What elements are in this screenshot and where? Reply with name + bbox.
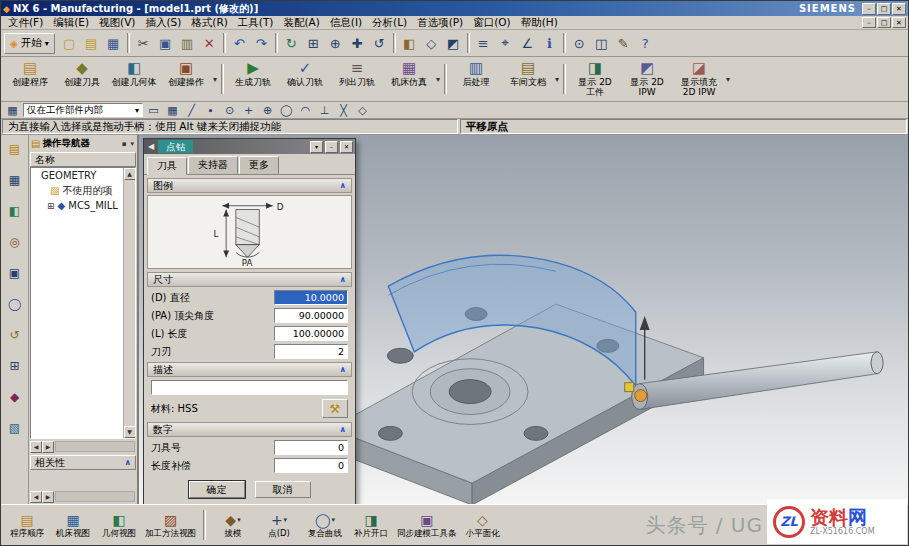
system-materials-icon[interactable]: ⊞: [6, 357, 24, 375]
field-input[interactable]: 90.00000: [274, 308, 348, 323]
menu-item[interactable]: 文件(F): [3, 16, 48, 30]
layer-settings-icon[interactable]: ≡: [473, 33, 494, 54]
hd3d-tools-icon[interactable]: ▣: [6, 264, 24, 282]
field-input[interactable]: 2: [274, 344, 348, 359]
patch-opening-button[interactable]: ◨▾ 补片开口: [349, 512, 393, 538]
expander-icon[interactable]: ⊞: [47, 201, 55, 211]
doc-close-button[interactable]: ✕: [892, 17, 906, 28]
create-tool-button[interactable]: ◆ 创建刀具: [56, 58, 108, 100]
pin-icon[interactable]: ▪: [121, 140, 128, 148]
machining-method-view-button[interactable]: ▨▾ 加工方法视图: [143, 512, 198, 538]
scroll-left-icon[interactable]: ◀: [30, 441, 42, 453]
menu-item[interactable]: 分析(L): [367, 16, 412, 30]
sync-modeling-toolbar-button[interactable]: ▣▾ 同步建模工具条: [395, 512, 459, 538]
datum-plane-icon[interactable]: ◫: [591, 33, 612, 54]
program-order-view-button[interactable]: ▤▾ 程序顺序: [5, 512, 49, 538]
snap-cross-icon[interactable]: ╳: [335, 103, 352, 118]
postprocess-button[interactable]: ▥ 后处理: [450, 58, 502, 100]
redo-icon[interactable]: ↷: [251, 33, 272, 54]
menu-item[interactable]: 格式(R): [186, 16, 233, 30]
doc-minimize-button[interactable]: –: [862, 17, 876, 28]
separator[interactable]: [393, 33, 396, 53]
separator[interactable]: [275, 33, 278, 53]
scroll-left-icon[interactable]: ◀: [30, 491, 42, 503]
delete-icon[interactable]: ✕: [199, 33, 220, 54]
menu-item[interactable]: 首选项(P): [412, 16, 468, 30]
tree-item-geometry[interactable]: GEOMETRY: [31, 168, 135, 183]
geometry-view-button[interactable]: ◧▾ 几何视图: [97, 512, 141, 538]
field-input[interactable]: 10.0000: [274, 290, 348, 305]
menu-item[interactable]: 插入(S): [140, 16, 186, 30]
assembly-navigator-icon[interactable]: ▤: [6, 140, 24, 158]
draft-button[interactable]: ◆▾ 拔模: [211, 512, 255, 538]
selection-mode-icon[interactable]: ▦: [4, 103, 21, 118]
part-navigator-icon[interactable]: ◧: [6, 202, 24, 220]
selection-filter-icon[interactable]: ▭: [145, 103, 162, 118]
internet-browser-icon[interactable]: ◯: [6, 295, 24, 313]
field-input[interactable]: 100.00000: [274, 326, 348, 341]
dialog-title-bar[interactable]: ◀ 点钻 ▾ – ✕: [144, 139, 355, 154]
back-icon[interactable]: ◀: [146, 142, 156, 151]
restore-button[interactable]: □: [877, 3, 891, 15]
snap-midpoint-icon[interactable]: +: [240, 103, 257, 118]
show-2d-ipw-button[interactable]: ◩ 显示 2D IPW: [621, 58, 673, 100]
column-header-name[interactable]: 名称: [30, 152, 136, 167]
paste-icon[interactable]: ▥: [177, 33, 198, 54]
fit-window-icon[interactable]: ⊞: [303, 33, 324, 54]
menu-item[interactable]: 装配(A): [278, 16, 324, 30]
close-button[interactable]: ✕: [892, 3, 906, 15]
scroll-down-icon[interactable]: ▼: [124, 426, 136, 438]
legend-section-header[interactable]: 图例 ∧: [147, 178, 352, 193]
pan-icon[interactable]: ✚: [347, 33, 368, 54]
snap-quadrant-icon[interactable]: ◇: [354, 103, 371, 118]
cancel-button[interactable]: 取消: [255, 481, 311, 498]
wireframe-view-icon[interactable]: ◇: [421, 33, 442, 54]
refresh-icon[interactable]: ↻: [281, 33, 302, 54]
process-studio-icon[interactable]: ◆: [6, 388, 24, 406]
navigator-tree[interactable]: GEOMETRY ▨ 不使用的项 ⊞ ◆ MCS_MILL: [30, 167, 136, 439]
ok-button[interactable]: 确定: [189, 481, 245, 498]
snap-endpoint-icon[interactable]: ⊙: [221, 103, 238, 118]
measure-icon[interactable]: ∠: [517, 33, 538, 54]
scroll-right-icon[interactable]: ▶: [42, 441, 54, 453]
rotate-icon[interactable]: ↺: [369, 33, 390, 54]
separator[interactable]: [467, 33, 470, 53]
numbers-section-header[interactable]: 数字 ∧: [147, 422, 352, 437]
shaded-view-icon[interactable]: ◧: [399, 33, 420, 54]
tab-holder[interactable]: 夹持器: [188, 156, 238, 174]
machine-simulate-button[interactable]: ▦ 机床仿真: [383, 58, 435, 100]
snap-intersection-icon[interactable]: ⊕: [259, 103, 276, 118]
tree-item-unused[interactable]: ▨ 不使用的项: [31, 183, 135, 198]
description-section-header[interactable]: 描述 ∧: [147, 362, 352, 377]
chevron-down-icon[interactable]: ▾: [435, 75, 441, 84]
wcs-icon[interactable]: ⌖: [495, 33, 516, 54]
machine-tool-view-button[interactable]: ▦▾ 机床视图: [51, 512, 95, 538]
menu-item[interactable]: 工具(T): [233, 16, 279, 30]
composite-curve-button[interactable]: ◯▾ 复合曲线: [303, 512, 347, 538]
sketch-icon[interactable]: ✎: [613, 33, 634, 54]
chevron-down-icon[interactable]: ▾: [212, 75, 218, 84]
minimize-button[interactable]: –: [862, 3, 876, 15]
create-operation-button[interactable]: ▣ 创建操作: [160, 58, 212, 100]
save-icon[interactable]: ▦: [103, 33, 124, 54]
separator[interactable]: [563, 33, 566, 53]
separator[interactable]: [223, 33, 226, 53]
size-section-header[interactable]: 尺寸 ∧: [147, 272, 352, 287]
start-menu-button[interactable]: ◈ 开始 ▾: [4, 33, 55, 54]
doc-restore-button[interactable]: □: [877, 17, 891, 28]
tab-more[interactable]: 更多: [239, 156, 279, 174]
copy-icon[interactable]: ▣: [155, 33, 176, 54]
separator[interactable]: [127, 33, 130, 53]
create-program-button[interactable]: ▤ 创建程序: [4, 58, 56, 100]
menu-item[interactable]: 窗口(O): [468, 16, 515, 30]
show-fill-2d-ipw-button[interactable]: ◪ 显示填充 2D IPW: [673, 58, 725, 100]
orient-view-icon[interactable]: ◩: [443, 33, 464, 54]
dialog-close-button[interactable]: ✕: [340, 141, 353, 153]
create-geometry-button[interactable]: ◧ 创建几何体: [108, 58, 160, 100]
cut-icon[interactable]: ✂: [133, 33, 154, 54]
reuse-library-icon[interactable]: ◎: [6, 233, 24, 251]
snap-point-icon[interactable]: ⊙: [569, 33, 590, 54]
info-icon[interactable]: ℹ: [539, 33, 560, 54]
facet-body-button[interactable]: ◇▾ 小平面化: [461, 512, 505, 538]
chevron-down-icon[interactable]: ▾: [129, 140, 135, 148]
